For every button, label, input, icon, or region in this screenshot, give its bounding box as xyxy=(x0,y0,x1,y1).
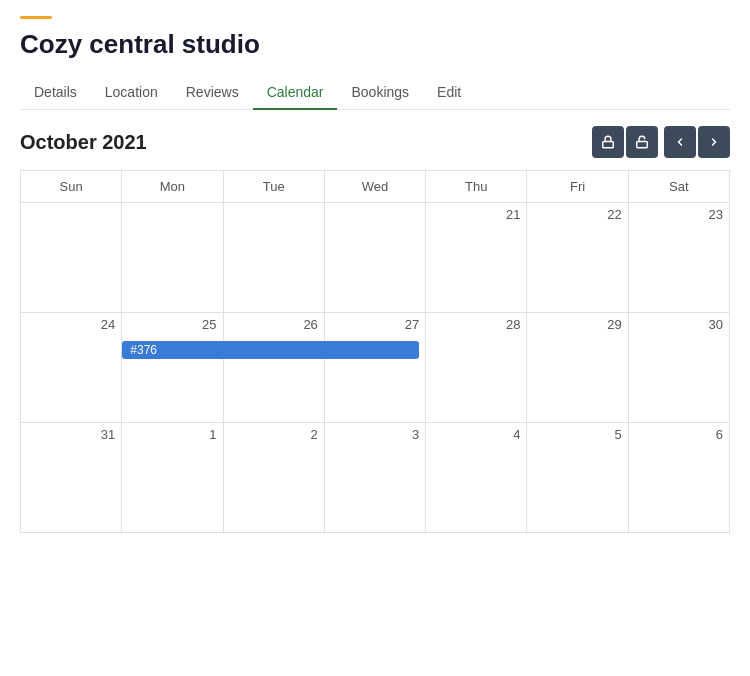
tab-reviews[interactable]: Reviews xyxy=(172,76,253,110)
table-row[interactable]: 31 xyxy=(21,423,122,533)
date-24: 24 xyxy=(27,317,115,332)
calendar-week-2: 24 25 #376 26 27 28 29 xyxy=(21,313,730,423)
calendar-header: October 2021 xyxy=(20,126,730,158)
table-row[interactable] xyxy=(223,203,324,313)
table-row[interactable]: 6 xyxy=(628,423,729,533)
prev-month-button[interactable] xyxy=(664,126,696,158)
col-fri: Fri xyxy=(527,171,628,203)
date-2: 2 xyxy=(230,427,318,442)
col-sat: Sat xyxy=(628,171,729,203)
table-row[interactable]: 27 xyxy=(324,313,425,423)
date-5: 5 xyxy=(533,427,621,442)
col-thu: Thu xyxy=(426,171,527,203)
col-mon: Mon xyxy=(122,171,223,203)
accent-bar xyxy=(20,16,52,19)
date-3: 3 xyxy=(331,427,419,442)
date-21: 21 xyxy=(432,207,520,222)
date-29: 29 xyxy=(533,317,621,332)
lock-icon xyxy=(601,135,615,149)
calendar-controls xyxy=(592,126,730,158)
table-row[interactable]: 23 xyxy=(628,203,729,313)
calendar-week-3: 31 1 2 3 4 5 6 xyxy=(21,423,730,533)
table-row[interactable]: 24 xyxy=(21,313,122,423)
table-row[interactable]: 2 xyxy=(223,423,324,533)
table-row[interactable]: 26 xyxy=(223,313,324,423)
unlock-icon xyxy=(635,135,649,149)
svg-rect-1 xyxy=(637,141,648,147)
unlock-button[interactable] xyxy=(626,126,658,158)
table-row[interactable]: 25 #376 xyxy=(122,313,223,423)
table-row[interactable] xyxy=(324,203,425,313)
lock-button-group xyxy=(592,126,658,158)
date-23: 23 xyxy=(635,207,723,222)
booking-bar-376[interactable]: #376 xyxy=(122,341,419,359)
chevron-left-icon xyxy=(674,136,686,148)
chevron-right-icon xyxy=(708,136,720,148)
col-tue: Tue xyxy=(223,171,324,203)
table-row[interactable] xyxy=(21,203,122,313)
table-row[interactable] xyxy=(122,203,223,313)
col-sun: Sun xyxy=(21,171,122,203)
svg-rect-0 xyxy=(603,141,614,147)
table-row[interactable]: 22 xyxy=(527,203,628,313)
nav-tabs: Details Location Reviews Calendar Bookin… xyxy=(20,76,730,110)
page-title: Cozy central studio xyxy=(20,29,730,60)
date-6: 6 xyxy=(635,427,723,442)
date-31: 31 xyxy=(27,427,115,442)
tab-calendar[interactable]: Calendar xyxy=(253,76,338,110)
date-4: 4 xyxy=(432,427,520,442)
tab-edit[interactable]: Edit xyxy=(423,76,475,110)
tab-bookings[interactable]: Bookings xyxy=(337,76,423,110)
date-28: 28 xyxy=(432,317,520,332)
lock-button[interactable] xyxy=(592,126,624,158)
main-container: Cozy central studio Details Location Rev… xyxy=(0,0,750,549)
table-row[interactable]: 5 xyxy=(527,423,628,533)
date-1: 1 xyxy=(128,427,216,442)
table-row[interactable]: 21 xyxy=(426,203,527,313)
tab-location[interactable]: Location xyxy=(91,76,172,110)
table-row[interactable]: 30 xyxy=(628,313,729,423)
table-row[interactable]: 29 xyxy=(527,313,628,423)
calendar-week-1: 21 22 23 xyxy=(21,203,730,313)
col-wed: Wed xyxy=(324,171,425,203)
next-month-button[interactable] xyxy=(698,126,730,158)
table-row[interactable]: 1 xyxy=(122,423,223,533)
calendar-header-row: Sun Mon Tue Wed Thu Fri Sat xyxy=(21,171,730,203)
table-row[interactable]: 3 xyxy=(324,423,425,533)
table-row[interactable]: 4 xyxy=(426,423,527,533)
date-25: 25 xyxy=(128,317,216,332)
table-row[interactable]: 28 xyxy=(426,313,527,423)
calendar-month-title: October 2021 xyxy=(20,131,147,154)
date-30: 30 xyxy=(635,317,723,332)
date-27: 27 xyxy=(331,317,419,332)
date-22: 22 xyxy=(533,207,621,222)
tab-details[interactable]: Details xyxy=(20,76,91,110)
calendar-table: Sun Mon Tue Wed Thu Fri Sat 21 22 xyxy=(20,170,730,533)
calendar-nav-group xyxy=(664,126,730,158)
date-26: 26 xyxy=(230,317,318,332)
